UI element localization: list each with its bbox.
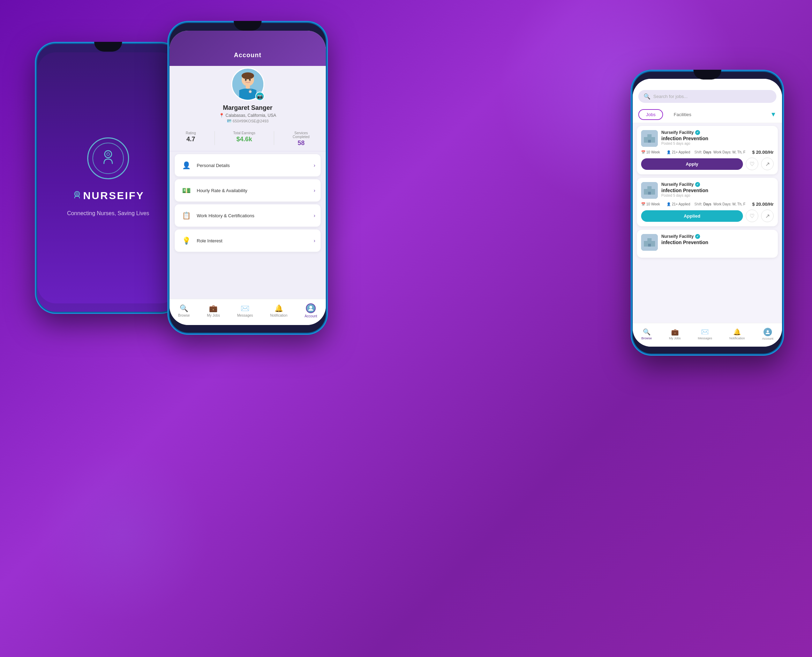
job-card-2-header: Nurseify Facility ✓ infection Prevention… xyxy=(641,182,774,199)
account-profile: 📷 Margaret Sanger 📍 Calabasas, Californi… xyxy=(170,66,326,127)
nav-myjobs[interactable]: 💼 My Jobs xyxy=(207,304,220,318)
browse-label: Browse xyxy=(178,313,190,318)
verified-badge-1: ✓ xyxy=(695,130,700,135)
job-card-2: Nurseify Facility ✓ infection Prevention… xyxy=(637,178,778,226)
jobs-nav-myjobs[interactable]: 💼 My Jobs xyxy=(669,328,681,340)
myjobs-label: My Jobs xyxy=(207,313,220,318)
jobs-browse-icon: 🔍 xyxy=(643,328,650,336)
n-logo-icon xyxy=(72,190,82,201)
logo-circle xyxy=(87,137,129,179)
job-card-3-header: Nurseify Facility ✓ infection Prevention xyxy=(641,234,774,251)
applied-chip-1: 👤 21+ Applied xyxy=(667,150,690,154)
job-card-1-title: Nurseify Facility ✓ infection Prevention… xyxy=(661,130,774,145)
phone3-screen: 🔍 Search for jobs... Jobs Facilities ▼ xyxy=(633,79,782,347)
account-header: Account xyxy=(170,31,326,66)
jobs-nav-messages[interactable]: ✉️ Messages xyxy=(698,328,712,340)
profile-location: 📍 Calabasas, California, USA xyxy=(219,113,276,118)
facility-thumb-2 xyxy=(641,182,658,199)
jobs-nav-notification[interactable]: 🔔 Notification xyxy=(729,328,745,340)
menu-item-role[interactable]: 💡 Role Interest › xyxy=(175,229,321,252)
svg-point-11 xyxy=(249,79,251,81)
svg-point-2 xyxy=(75,191,79,196)
apply-button-1[interactable]: Apply xyxy=(641,158,743,170)
share-button-2[interactable]: ↗ xyxy=(761,210,774,222)
earnings-label: Total Earnings xyxy=(233,131,255,135)
like-button-2[interactable]: ♡ xyxy=(746,210,758,222)
job-card-1-header: Nurseify Facility ✓ infection Prevention… xyxy=(641,130,774,147)
svg-point-3 xyxy=(76,193,78,195)
svg-rect-24 xyxy=(648,244,651,246)
svg-rect-20 xyxy=(648,192,651,195)
menu-item-hourly[interactable]: 💵 Hourly Rate & Availability › xyxy=(175,179,321,202)
applied-button-2[interactable]: Applied xyxy=(641,210,743,222)
rate-1: $ 20.00/Hr xyxy=(752,149,774,155)
search-placeholder: Search for jobs... xyxy=(653,94,687,99)
account-avatar-icon xyxy=(306,304,316,313)
job-title-3: infection Prevention xyxy=(661,240,774,245)
svg-point-0 xyxy=(104,151,112,157)
scene: NURSEIFY Connecting Nurses, Saving Lives… xyxy=(0,0,812,657)
services-value: 58 xyxy=(293,140,309,147)
search-icon: 🔍 xyxy=(644,93,650,100)
applied-chip-2: 👤 21+ Applied xyxy=(667,202,690,206)
search-input-box[interactable]: 🔍 Search for jobs... xyxy=(638,90,776,103)
hourly-rate-icon: 💵 xyxy=(180,184,193,197)
messages-label: Messages xyxy=(237,313,253,318)
account-bottom-nav: 🔍 Browse 💼 My Jobs ✉️ Messages 🔔 Notific… xyxy=(170,299,326,325)
profile-code: 🪪 650#99KOSE@2493 xyxy=(227,119,268,123)
facility-name-2: Nurseify Facility ✓ xyxy=(661,182,774,187)
personal-details-icon: 👤 xyxy=(180,159,193,171)
nav-account[interactable]: Account xyxy=(304,304,317,318)
shift-chip-1: Shift: Days xyxy=(694,150,712,154)
rating-value: 4.7 xyxy=(186,135,196,143)
nav-messages[interactable]: ✉️ Messages xyxy=(237,304,253,318)
facility-img-1 xyxy=(641,130,658,147)
services-label: ServicesCompleted xyxy=(293,131,309,139)
facility-name-3: Nurseify Facility ✓ xyxy=(661,234,774,239)
nav-browse[interactable]: 🔍 Browse xyxy=(178,304,190,318)
camera-badge[interactable]: 📷 xyxy=(255,92,264,101)
job-actions-1: Apply ♡ ↗ xyxy=(641,157,774,170)
jobs-account-avatar xyxy=(764,328,772,336)
phone-splash: NURSEIFY Connecting Nurses, Saving Lives xyxy=(35,42,181,314)
jobs-messages-icon: ✉️ xyxy=(701,328,709,336)
job-actions-2: Applied ♡ ↗ xyxy=(641,210,774,222)
svg-point-25 xyxy=(767,330,769,332)
tab-facilities[interactable]: Facilities xyxy=(667,110,698,119)
hourly-rate-label: Hourly Rate & Availability xyxy=(197,188,313,193)
phone2-screen: Account xyxy=(170,31,326,325)
job-details-2: 📅 10 Week 👤 21+ Applied Shift: Days Work… xyxy=(641,202,774,207)
facility-name-1: Nurseify Facility ✓ xyxy=(661,130,774,135)
account-label: Account xyxy=(304,314,317,318)
jobs-messages-label: Messages xyxy=(698,336,712,340)
facility-img-3 xyxy=(641,234,658,251)
menu-item-personal[interactable]: 👤 Personal Details › xyxy=(175,154,321,176)
stat-earnings: Total Earnings $4.6k xyxy=(233,131,255,147)
personal-details-label: Personal Details xyxy=(197,163,313,168)
notification-icon: 🔔 xyxy=(274,304,283,313)
jobs-account-svg xyxy=(765,330,770,335)
job-card-3-title: Nurseify Facility ✓ infection Prevention xyxy=(661,234,774,245)
job-title-1: infection Prevention xyxy=(661,135,774,141)
like-button-1[interactable]: ♡ xyxy=(746,157,758,170)
svg-point-10 xyxy=(245,79,246,81)
app-name-text: NURSEIFY xyxy=(83,190,144,202)
duration-chip-1: 📅 10 Week xyxy=(641,150,660,154)
avatar-wrapper: 📷 xyxy=(231,68,264,101)
job-card-2-title: Nurseify Facility ✓ infection Prevention… xyxy=(661,182,774,198)
share-button-1[interactable]: ↗ xyxy=(761,157,774,170)
notification-label: Notification xyxy=(270,313,287,318)
duration-chip-2: 📅 10 Week xyxy=(641,202,660,206)
nav-notification[interactable]: 🔔 Notification xyxy=(270,304,287,318)
account-nav-svg xyxy=(308,305,314,311)
svg-point-12 xyxy=(309,306,312,308)
phone2-notch xyxy=(234,21,262,31)
splash-tagline: Connecting Nurses, Saving Lives xyxy=(67,209,149,218)
jobs-nav-account[interactable]: Account xyxy=(762,328,774,340)
posted-time-2: Posted 5 days ago xyxy=(661,193,774,198)
menu-item-work-history[interactable]: 📋 Work History & Certifications › xyxy=(175,204,321,227)
filter-icon[interactable]: ▼ xyxy=(770,111,776,118)
jobs-nav-browse[interactable]: 🔍 Browse xyxy=(641,328,652,340)
job-card-1: Nurseify Facility ✓ infection Prevention… xyxy=(637,126,778,174)
tab-jobs[interactable]: Jobs xyxy=(638,109,663,120)
